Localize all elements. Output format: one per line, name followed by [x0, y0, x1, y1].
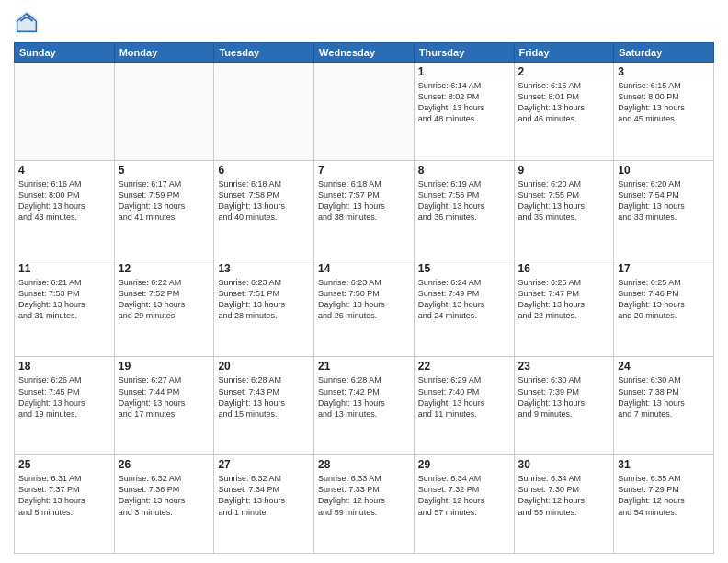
day-info: Sunrise: 6:32 AMSunset: 7:36 PMDaylight:…: [119, 473, 210, 518]
day-number: 12: [119, 262, 210, 275]
day-number: 6: [218, 164, 310, 177]
logo-icon: [14, 9, 40, 35]
day-number: 21: [318, 360, 410, 373]
day-number: 9: [518, 164, 610, 177]
day-info: Sunrise: 6:35 AMSunset: 7:29 PMDaylight:…: [618, 473, 710, 518]
calendar-cell: 24Sunrise: 6:30 AMSunset: 7:38 PMDayligh…: [614, 357, 714, 455]
day-number: 8: [418, 164, 510, 177]
day-number: 3: [618, 65, 710, 78]
day-info: Sunrise: 6:16 AMSunset: 8:00 PMDaylight:…: [18, 178, 110, 224]
day-number: 1: [418, 65, 510, 78]
day-number: 30: [518, 458, 610, 471]
logo: [14, 9, 43, 35]
day-number: 28: [318, 458, 410, 471]
calendar-cell: [114, 63, 214, 161]
day-number: 13: [218, 262, 310, 275]
day-number: 27: [218, 458, 310, 471]
calendar-cell: 11Sunrise: 6:21 AMSunset: 7:53 PMDayligh…: [15, 259, 115, 357]
day-info: Sunrise: 6:34 AMSunset: 7:32 PMDaylight:…: [418, 473, 510, 518]
calendar-cell: 5Sunrise: 6:17 AMSunset: 7:59 PMDaylight…: [114, 160, 214, 259]
day-number: 15: [418, 262, 510, 275]
day-number: 20: [218, 360, 310, 373]
day-info: Sunrise: 6:15 AMSunset: 8:01 PMDaylight:…: [518, 80, 610, 125]
weekday-header-wednesday: Wednesday: [314, 43, 415, 63]
calendar-cell: 1Sunrise: 6:14 AMSunset: 8:02 PMDaylight…: [414, 63, 514, 161]
calendar-cell: 30Sunrise: 6:34 AMSunset: 7:30 PMDayligh…: [514, 455, 614, 554]
calendar-cell: 31Sunrise: 6:35 AMSunset: 7:29 PMDayligh…: [614, 455, 714, 554]
week-row-5: 25Sunrise: 6:31 AMSunset: 7:37 PMDayligh…: [15, 455, 714, 554]
day-info: Sunrise: 6:28 AMSunset: 7:42 PMDaylight:…: [318, 374, 410, 419]
weekday-header-friday: Friday: [514, 43, 614, 63]
day-info: Sunrise: 6:27 AMSunset: 7:44 PMDaylight:…: [119, 374, 210, 419]
page: SundayMondayTuesdayWednesdayThursdayFrid…: [0, 0, 728, 563]
day-info: Sunrise: 6:30 AMSunset: 7:39 PMDaylight:…: [518, 374, 610, 419]
day-info: Sunrise: 6:23 AMSunset: 7:51 PMDaylight:…: [218, 277, 310, 322]
calendar-cell: 23Sunrise: 6:30 AMSunset: 7:39 PMDayligh…: [514, 357, 614, 455]
week-row-2: 4Sunrise: 6:16 AMSunset: 8:00 PMDaylight…: [15, 160, 714, 259]
calendar-cell: 9Sunrise: 6:20 AMSunset: 7:55 PMDaylight…: [514, 160, 614, 259]
day-info: Sunrise: 6:18 AMSunset: 7:58 PMDaylight:…: [218, 178, 310, 224]
day-info: Sunrise: 6:18 AMSunset: 7:57 PMDaylight:…: [318, 178, 410, 224]
day-info: Sunrise: 6:14 AMSunset: 8:02 PMDaylight:…: [418, 80, 510, 125]
weekday-header-sunday: Sunday: [15, 43, 115, 63]
calendar-cell: 12Sunrise: 6:22 AMSunset: 7:52 PMDayligh…: [114, 259, 214, 357]
calendar-cell: 25Sunrise: 6:31 AMSunset: 7:37 PMDayligh…: [15, 455, 115, 554]
day-number: 19: [119, 360, 210, 373]
calendar-cell: 28Sunrise: 6:33 AMSunset: 7:33 PMDayligh…: [314, 455, 415, 554]
day-number: 16: [518, 262, 610, 275]
day-info: Sunrise: 6:26 AMSunset: 7:45 PMDaylight:…: [18, 374, 110, 419]
day-number: 2: [518, 65, 610, 78]
calendar-cell: 18Sunrise: 6:26 AMSunset: 7:45 PMDayligh…: [15, 357, 115, 455]
day-number: 26: [119, 458, 210, 471]
calendar-cell: 21Sunrise: 6:28 AMSunset: 7:42 PMDayligh…: [314, 357, 415, 455]
calendar-cell: 29Sunrise: 6:34 AMSunset: 7:32 PMDayligh…: [414, 455, 514, 554]
day-info: Sunrise: 6:25 AMSunset: 7:46 PMDaylight:…: [618, 277, 710, 322]
day-number: 29: [418, 458, 510, 471]
day-info: Sunrise: 6:20 AMSunset: 7:55 PMDaylight:…: [518, 178, 610, 224]
day-number: 25: [18, 458, 110, 471]
calendar-cell: 14Sunrise: 6:23 AMSunset: 7:50 PMDayligh…: [314, 259, 415, 357]
day-number: 23: [518, 360, 610, 373]
day-number: 14: [318, 262, 410, 275]
calendar-cell: 4Sunrise: 6:16 AMSunset: 8:00 PMDaylight…: [15, 160, 115, 259]
calendar-cell: 7Sunrise: 6:18 AMSunset: 7:57 PMDaylight…: [314, 160, 415, 259]
day-info: Sunrise: 6:33 AMSunset: 7:33 PMDaylight:…: [318, 473, 410, 518]
calendar-cell: [15, 63, 115, 161]
day-info: Sunrise: 6:34 AMSunset: 7:30 PMDaylight:…: [518, 473, 610, 518]
day-number: 18: [18, 360, 110, 373]
weekday-header-monday: Monday: [114, 43, 214, 63]
day-number: 11: [18, 262, 110, 275]
calendar-cell: 8Sunrise: 6:19 AMSunset: 7:56 PMDaylight…: [414, 160, 514, 259]
weekday-header-saturday: Saturday: [614, 43, 714, 63]
weekday-header-row: SundayMondayTuesdayWednesdayThursdayFrid…: [15, 43, 714, 63]
calendar-cell: 26Sunrise: 6:32 AMSunset: 7:36 PMDayligh…: [114, 455, 214, 554]
calendar-cell: 10Sunrise: 6:20 AMSunset: 7:54 PMDayligh…: [614, 160, 714, 259]
header: [14, 9, 714, 35]
day-info: Sunrise: 6:15 AMSunset: 8:00 PMDaylight:…: [618, 80, 710, 125]
day-number: 10: [618, 164, 710, 177]
day-info: Sunrise: 6:25 AMSunset: 7:47 PMDaylight:…: [518, 277, 610, 322]
day-number: 17: [618, 262, 710, 275]
day-number: 4: [18, 164, 110, 177]
day-number: 24: [618, 360, 710, 373]
calendar-cell: 6Sunrise: 6:18 AMSunset: 7:58 PMDaylight…: [214, 160, 314, 259]
day-info: Sunrise: 6:17 AMSunset: 7:59 PMDaylight:…: [119, 178, 210, 224]
calendar-cell: 20Sunrise: 6:28 AMSunset: 7:43 PMDayligh…: [214, 357, 314, 455]
day-info: Sunrise: 6:30 AMSunset: 7:38 PMDaylight:…: [618, 374, 710, 419]
week-row-3: 11Sunrise: 6:21 AMSunset: 7:53 PMDayligh…: [15, 259, 714, 357]
week-row-1: 1Sunrise: 6:14 AMSunset: 8:02 PMDaylight…: [15, 63, 714, 161]
calendar-cell: 15Sunrise: 6:24 AMSunset: 7:49 PMDayligh…: [414, 259, 514, 357]
weekday-header-tuesday: Tuesday: [214, 43, 314, 63]
day-info: Sunrise: 6:23 AMSunset: 7:50 PMDaylight:…: [318, 277, 410, 322]
calendar-cell: [314, 63, 415, 161]
calendar-cell: 13Sunrise: 6:23 AMSunset: 7:51 PMDayligh…: [214, 259, 314, 357]
calendar-cell: 27Sunrise: 6:32 AMSunset: 7:34 PMDayligh…: [214, 455, 314, 554]
day-info: Sunrise: 6:32 AMSunset: 7:34 PMDaylight:…: [218, 473, 310, 518]
calendar-table: SundayMondayTuesdayWednesdayThursdayFrid…: [14, 42, 714, 554]
calendar-cell: [214, 63, 314, 161]
calendar-cell: 3Sunrise: 6:15 AMSunset: 8:00 PMDaylight…: [614, 63, 714, 161]
day-info: Sunrise: 6:28 AMSunset: 7:43 PMDaylight:…: [218, 374, 310, 419]
day-number: 7: [318, 164, 410, 177]
day-info: Sunrise: 6:22 AMSunset: 7:52 PMDaylight:…: [119, 277, 210, 322]
calendar-cell: 2Sunrise: 6:15 AMSunset: 8:01 PMDaylight…: [514, 63, 614, 161]
